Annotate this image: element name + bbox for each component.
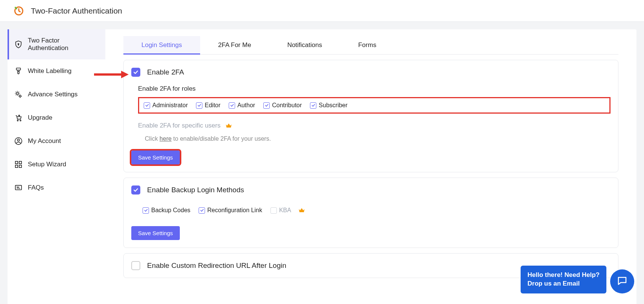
- page-title: Two-Factor Authentication: [31, 6, 122, 15]
- tab-forms[interactable]: Forms: [340, 36, 394, 54]
- svg-text:?!.: ?!.: [17, 186, 20, 190]
- sidebar-item-label: Two Factor Authentication: [28, 37, 99, 52]
- sidebar-item-faqs[interactable]: ?!. FAQs: [8, 176, 105, 199]
- svg-point-1: [18, 44, 19, 45]
- shield-icon: [14, 40, 23, 49]
- help-line1: Hello there! Need Help?: [527, 271, 600, 280]
- cart-icon: [14, 114, 23, 122]
- role-label: Editor: [205, 102, 220, 109]
- role-label: Contributor: [272, 102, 302, 109]
- role-contributor-checkbox[interactable]: [263, 102, 270, 109]
- sidebar-item-setup-wizard[interactable]: Setup Wizard: [8, 153, 105, 176]
- role-label: Author: [237, 102, 255, 109]
- svg-rect-10: [19, 161, 21, 164]
- crown-icon: [298, 207, 305, 214]
- enable-2fa-label: Enable 2FA: [147, 68, 184, 76]
- reconfiguration-link-checkbox[interactable]: [199, 207, 205, 214]
- help-line2: Drop us an Email: [527, 280, 600, 288]
- chat-fab-button[interactable]: [610, 269, 634, 293]
- faq-icon: ?!.: [14, 184, 23, 192]
- svg-point-6: [20, 120, 21, 121]
- sidebar: Two Factor Authentication White Labellin…: [8, 29, 105, 304]
- sidebar-item-white-labelling[interactable]: White Labelling: [8, 59, 105, 83]
- backup-methods-row: Backup Codes Reconfiguration Link KBA: [138, 203, 611, 218]
- sidebar-item-label: Advance Settings: [28, 91, 77, 98]
- method-label: Reconfiguration Link: [207, 207, 262, 214]
- method-label: Backup Codes: [151, 207, 190, 214]
- method-label: KBA: [279, 207, 291, 214]
- chat-icon: [617, 275, 628, 288]
- specific-users-help: Click here to enable/disable 2FA for you…: [145, 135, 611, 142]
- panel-enable-2fa: Enable 2FA Enable 2FA for roles Administ…: [123, 60, 618, 172]
- roles-row: Administrator Editor Author Contributor: [138, 97, 611, 114]
- tab-bar: Login Settings 2FA For Me Notifications …: [123, 36, 618, 55]
- roles-title: Enable 2FA for roles: [138, 85, 611, 93]
- role-label: Subscriber: [319, 102, 347, 109]
- svg-point-3: [17, 93, 19, 95]
- tab-notifications[interactable]: Notifications: [269, 36, 340, 54]
- sidebar-item-upgrade[interactable]: Upgrade: [8, 106, 105, 129]
- role-editor-checkbox[interactable]: [196, 102, 202, 109]
- enable-redirection-checkbox[interactable]: [131, 261, 140, 270]
- enable-backup-checkbox[interactable]: [131, 185, 140, 195]
- app-header: Two-Factor Authentication: [0, 0, 644, 22]
- role-author-checkbox[interactable]: [229, 102, 235, 109]
- main-content: Login Settings 2FA For Me Notifications …: [105, 29, 636, 304]
- specific-users-title: Enable 2FA for specific users: [138, 122, 611, 129]
- enable-redirection-label: Enable Custom Redirection URL After Logi…: [147, 261, 286, 270]
- sidebar-item-label: My Account: [28, 137, 61, 145]
- role-label: Administrator: [152, 102, 188, 109]
- gear-icon: [14, 90, 23, 99]
- panel-backup-methods: Enable Backup Login Methods Backup Codes…: [123, 178, 618, 248]
- svg-point-4: [19, 95, 21, 97]
- sidebar-item-2fa[interactable]: Two Factor Authentication: [8, 29, 105, 59]
- svg-rect-2: [17, 68, 21, 70]
- user-icon: [14, 137, 23, 145]
- kba-checkbox: [270, 207, 277, 214]
- sidebar-item-label: Upgrade: [28, 114, 52, 122]
- app-logo-icon: [14, 6, 24, 16]
- tab-2fa-for-me[interactable]: 2FA For Me: [200, 36, 269, 54]
- enable-backup-label: Enable Backup Login Methods: [147, 186, 244, 194]
- role-administrator-checkbox[interactable]: [144, 102, 150, 109]
- svg-point-8: [17, 139, 20, 141]
- save-settings-button[interactable]: Save Settings: [131, 150, 180, 164]
- grid-icon: [14, 160, 23, 169]
- help-bubble[interactable]: Hello there! Need Help? Drop us an Email: [521, 266, 606, 293]
- here-link[interactable]: here: [159, 135, 172, 142]
- sidebar-item-label: Setup Wizard: [28, 161, 66, 168]
- sidebar-item-advance-settings[interactable]: Advance Settings: [8, 83, 105, 106]
- svg-rect-11: [15, 165, 18, 167]
- sidebar-item-label: FAQs: [28, 184, 44, 192]
- crown-icon: [225, 122, 232, 129]
- svg-rect-9: [15, 161, 18, 164]
- backup-codes-checkbox[interactable]: [143, 207, 149, 214]
- brush-icon: [14, 67, 23, 75]
- svg-rect-12: [19, 165, 21, 167]
- sidebar-item-my-account[interactable]: My Account: [8, 129, 105, 153]
- save-settings-button[interactable]: Save Settings: [131, 226, 180, 240]
- enable-2fa-checkbox[interactable]: [131, 68, 140, 77]
- sidebar-item-label: White Labelling: [28, 67, 71, 75]
- tab-login-settings[interactable]: Login Settings: [123, 36, 200, 54]
- role-subscriber-checkbox[interactable]: [310, 102, 316, 109]
- svg-point-5: [17, 120, 18, 121]
